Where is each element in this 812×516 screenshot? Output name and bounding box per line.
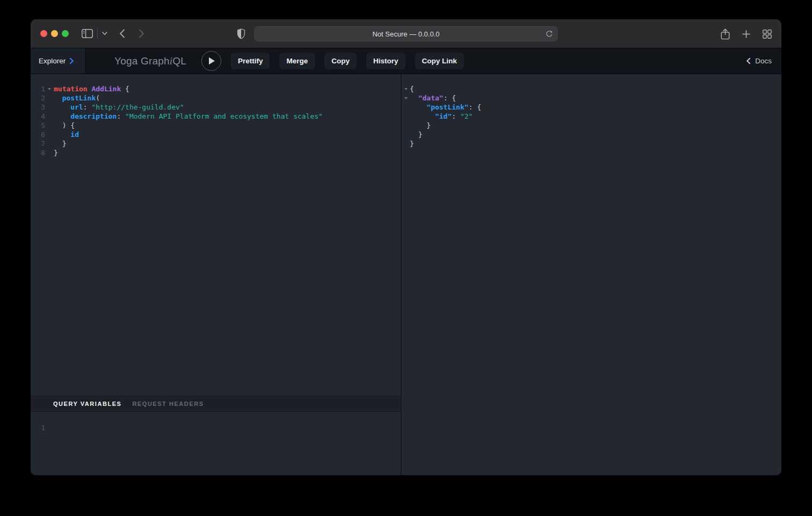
query-variables-editor[interactable]: 1 <box>31 412 401 475</box>
response-viewer: { "data": { "postLink": { "id": "2" } }} <box>402 74 781 475</box>
tab-request-headers[interactable]: REQUEST HEADERS <box>132 401 204 407</box>
code-token <box>54 103 70 111</box>
sidebar-toggle-icon[interactable] <box>82 29 93 38</box>
address-bar-text: Not Secure — 0.0.0.0 <box>372 30 439 38</box>
forward-icon[interactable] <box>139 29 144 38</box>
code-text: "id": "2" <box>410 112 473 121</box>
code-line: 1mutation AddLink { <box>31 84 401 93</box>
toolbar-button-group: Prettify Merge Copy History Copy Link <box>231 53 464 69</box>
history-button[interactable]: History <box>366 53 405 69</box>
code-token: : <box>83 103 92 111</box>
address-bar[interactable]: Not Secure — 0.0.0.0 <box>255 26 558 41</box>
code-token: ( <box>96 94 100 102</box>
share-icon[interactable] <box>721 28 730 40</box>
code-line: } <box>402 139 781 148</box>
fold-spacer <box>402 112 410 121</box>
zoom-window-button[interactable] <box>62 30 69 37</box>
code-token: mutation <box>54 85 88 93</box>
code-token: "2" <box>460 112 473 120</box>
code-line: 3 url: "http://the-guild.dev" <box>31 103 401 112</box>
docs-label: Docs <box>755 57 772 65</box>
fold-spacer <box>45 148 54 157</box>
explorer-label: Explorer <box>39 57 66 65</box>
docs-button[interactable]: Docs <box>746 57 772 65</box>
code-text: "data": { <box>410 93 456 103</box>
code-token: url <box>70 103 83 111</box>
new-tab-icon[interactable] <box>742 30 750 38</box>
code-line: { <box>402 84 781 93</box>
bottom-panel-tabs: QUERY VARIABLES REQUEST HEADERS <box>31 396 401 412</box>
code-text: } <box>410 121 431 130</box>
code-text: { <box>410 84 414 93</box>
code-line: } <box>402 130 781 139</box>
line-number: 8 <box>31 148 45 157</box>
prettify-button[interactable]: Prettify <box>231 53 270 69</box>
browser-window: Not Secure — 0.0.0.0 <box>31 19 781 475</box>
fold-arrow-icon[interactable] <box>45 84 54 93</box>
reload-icon[interactable] <box>546 30 553 38</box>
code-token <box>54 94 62 102</box>
code-token <box>54 130 70 139</box>
back-icon[interactable] <box>119 29 125 38</box>
code-token: ) { <box>54 121 75 129</box>
code-text: } <box>410 130 422 139</box>
page-title: Yoga GraphiQL <box>114 55 186 67</box>
code-token: : <box>117 112 125 120</box>
chevron-right-icon <box>69 57 74 64</box>
tab-query-variables[interactable]: QUERY VARIABLES <box>53 401 121 407</box>
code-token: { <box>121 85 129 93</box>
fold-spacer <box>402 121 410 130</box>
line-number: 2 <box>31 93 45 103</box>
code-token <box>410 94 418 102</box>
copy-link-button[interactable]: Copy Link <box>415 53 464 69</box>
merge-button[interactable]: Merge <box>279 53 315 69</box>
code-token: "postLink" <box>426 103 468 111</box>
browser-action-icons <box>721 19 772 48</box>
code-text: postLink( <box>54 93 100 103</box>
code-line: 6 id <box>31 130 401 139</box>
sidebar-chevron-down-icon[interactable] <box>102 32 107 35</box>
code-token: } <box>410 121 431 129</box>
explorer-toggle[interactable]: Explorer <box>31 48 86 74</box>
fold-spacer <box>45 130 54 139</box>
privacy-shield-icon[interactable] <box>237 28 245 39</box>
copy-button[interactable]: Copy <box>324 53 357 69</box>
code-token: } <box>54 149 58 157</box>
minimize-window-button[interactable] <box>51 30 58 37</box>
code-line: 5 ) { <box>31 121 401 130</box>
code-token: "data" <box>418 94 444 102</box>
code-token: "Modern API Platform and ecosystem that … <box>125 112 323 120</box>
code-token: } <box>410 140 414 148</box>
code-line: 7 } <box>31 139 401 148</box>
code-token: : { <box>444 94 456 102</box>
query-editor[interactable]: 1mutation AddLink {2 postLink(3 url: "ht… <box>31 74 401 396</box>
tab-overview-icon[interactable] <box>763 30 772 39</box>
code-token: : <box>452 112 460 120</box>
code-token: description <box>70 112 117 120</box>
code-token: id <box>70 130 79 139</box>
code-text: id <box>54 130 79 139</box>
close-window-button[interactable] <box>40 30 47 37</box>
line-number: 6 <box>31 130 45 139</box>
line-number: 1 <box>31 423 45 432</box>
main-area: 1mutation AddLink {2 postLink(3 url: "ht… <box>31 74 781 475</box>
fold-spacer <box>402 130 410 139</box>
code-text: ) { <box>54 121 75 130</box>
sidebar-control-group <box>82 29 107 39</box>
code-token <box>54 112 70 120</box>
line-number: 3 <box>31 103 45 112</box>
code-text: mutation AddLink { <box>54 84 129 93</box>
code-text: description: "Modern API Platform and ec… <box>54 112 323 121</box>
divider <box>97 29 98 39</box>
fold-spacer <box>45 93 54 103</box>
graphiql-toolbar: Explorer Yoga GraphiQL Prettify Merge Co… <box>31 48 781 74</box>
fold-arrow-icon[interactable] <box>402 84 410 93</box>
code-token <box>410 112 435 120</box>
fold-spacer <box>402 139 410 148</box>
query-pane: 1mutation AddLink {2 postLink(3 url: "ht… <box>31 74 402 475</box>
execute-query-button[interactable] <box>201 51 221 71</box>
code-token <box>410 103 426 111</box>
fold-arrow-icon[interactable] <box>402 93 410 103</box>
code-token: "http://the-guild.dev" <box>91 103 184 111</box>
title-prefix: Yoga Graph <box>114 55 170 67</box>
